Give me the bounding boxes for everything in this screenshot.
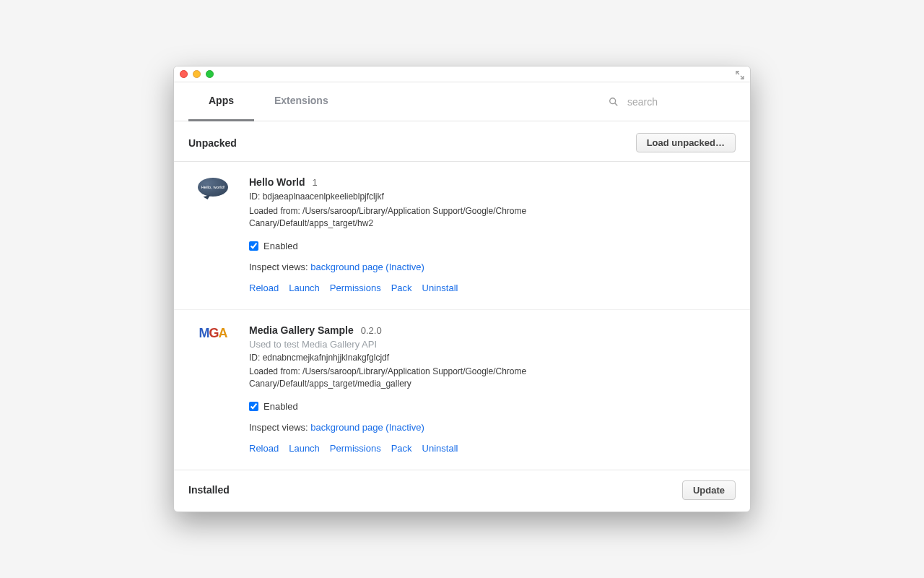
speech-bubble-icon: Hello, world!: [198, 178, 228, 197]
titlebar: [174, 66, 750, 82]
app-name: Hello World: [249, 176, 305, 188]
pack-link[interactable]: Pack: [391, 443, 412, 454]
app-loaded-from: Loaded from: /Users/saroop/Library/Appli…: [249, 205, 552, 230]
update-button[interactable]: Update: [682, 480, 736, 500]
app-icon-media-gallery: MGA: [196, 324, 230, 359]
search-icon: [609, 97, 619, 107]
app-body: Hello World 1 ID: bdjaeaplnaacenlpkeelie…: [249, 176, 736, 293]
permissions-link[interactable]: Permissions: [330, 282, 381, 293]
app-name: Media Gallery Sample: [249, 324, 354, 336]
app-description: Used to test Media Gallery API: [249, 339, 736, 350]
inspect-views: Inspect views: background page (Inactive…: [249, 262, 736, 272]
app-version: 0.2.0: [361, 325, 382, 336]
tabs: Apps Extensions: [188, 82, 349, 121]
svg-line-1: [615, 103, 618, 106]
fullscreen-icon[interactable]: [736, 69, 744, 78]
enabled-label: Enabled: [263, 241, 298, 251]
close-button[interactable]: [180, 70, 188, 78]
minimize-button[interactable]: [193, 70, 201, 78]
mga-icon: MGA: [199, 326, 227, 341]
app-icon-hello-world: Hello, world!: [196, 176, 230, 211]
uninstall-link[interactable]: Uninstall: [422, 443, 458, 454]
unpacked-title: Unpacked: [188, 137, 237, 149]
app-version: 1: [313, 177, 318, 188]
launch-link[interactable]: Launch: [289, 443, 320, 454]
uninstall-link[interactable]: Uninstall: [422, 282, 458, 293]
installed-header: Installed Update: [174, 470, 750, 512]
enabled-checkbox[interactable]: [249, 402, 258, 411]
app-id: ID: ednabncmejkafnjnhjjklnakgfglcjdf: [249, 352, 552, 364]
enabled-label: Enabled: [263, 401, 298, 412]
app-actions: Reload Launch Permissions Pack Uninstall: [249, 282, 736, 293]
search-wrap: [609, 96, 736, 108]
extensions-window: Apps Extensions Unpacked Load unpacked… …: [173, 66, 751, 512]
svg-point-0: [610, 98, 616, 104]
app-loaded-from: Loaded from: /Users/saroop/Library/Appli…: [249, 366, 552, 391]
speech-bubble-text: Hello, world!: [201, 185, 225, 189]
launch-link[interactable]: Launch: [289, 282, 320, 293]
app-actions: Reload Launch Permissions Pack Uninstall: [249, 443, 736, 454]
tab-extensions[interactable]: Extensions: [254, 82, 349, 121]
installed-title: Installed: [188, 484, 230, 496]
app-id: ID: bdjaeaplnaacenlpkeelieblpjfcljkf: [249, 191, 552, 203]
tab-apps[interactable]: Apps: [188, 82, 254, 121]
load-unpacked-button[interactable]: Load unpacked…: [636, 133, 736, 152]
permissions-link[interactable]: Permissions: [330, 443, 381, 454]
search-input[interactable]: [627, 96, 728, 108]
reload-link[interactable]: Reload: [249, 443, 279, 454]
apps-list: Hello, world! Hello World 1 ID: bdjaeapl…: [174, 162, 750, 469]
reload-link[interactable]: Reload: [249, 282, 279, 293]
unpacked-header: Unpacked Load unpacked…: [174, 121, 750, 162]
enabled-checkbox-row[interactable]: Enabled: [249, 241, 736, 251]
enabled-checkbox[interactable]: [249, 241, 258, 251]
inspect-background-link[interactable]: background page (Inactive): [310, 262, 424, 272]
inspect-views: Inspect views: background page (Inactive…: [249, 422, 736, 433]
traffic-lights: [180, 70, 214, 78]
app-body: Media Gallery Sample 0.2.0 Used to test …: [249, 324, 736, 454]
app-row-media-gallery: MGA Media Gallery Sample 0.2.0 Used to t…: [174, 309, 750, 470]
inspect-background-link[interactable]: background page (Inactive): [310, 422, 424, 433]
enabled-checkbox-row[interactable]: Enabled: [249, 401, 736, 412]
tabbar: Apps Extensions: [174, 82, 750, 121]
app-row-hello-world: Hello, world! Hello World 1 ID: bdjaeapl…: [174, 162, 750, 309]
pack-link[interactable]: Pack: [391, 282, 412, 293]
zoom-button[interactable]: [206, 70, 214, 78]
